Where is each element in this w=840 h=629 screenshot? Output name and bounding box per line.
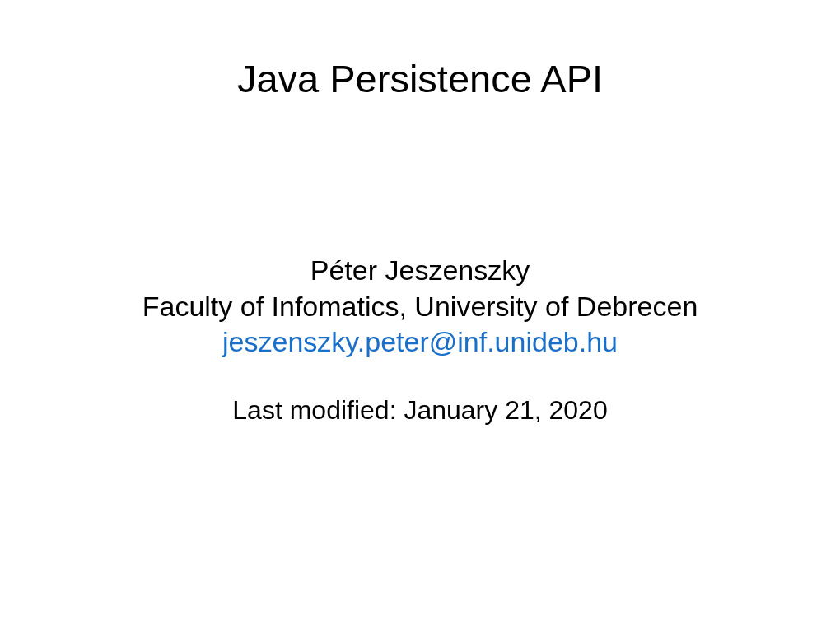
affiliation: Faculty of Infomatics, University of Deb… [0,289,840,325]
slide-container: Java Persistence API Péter Jeszenszky Fa… [0,0,840,629]
last-modified: Last modified: January 21, 2020 [0,395,840,426]
slide-title: Java Persistence API [0,56,840,101]
email-link[interactable]: jeszenszky.peter@inf.unideb.hu [0,324,840,361]
author-name: Péter Jeszenszky [0,253,840,289]
